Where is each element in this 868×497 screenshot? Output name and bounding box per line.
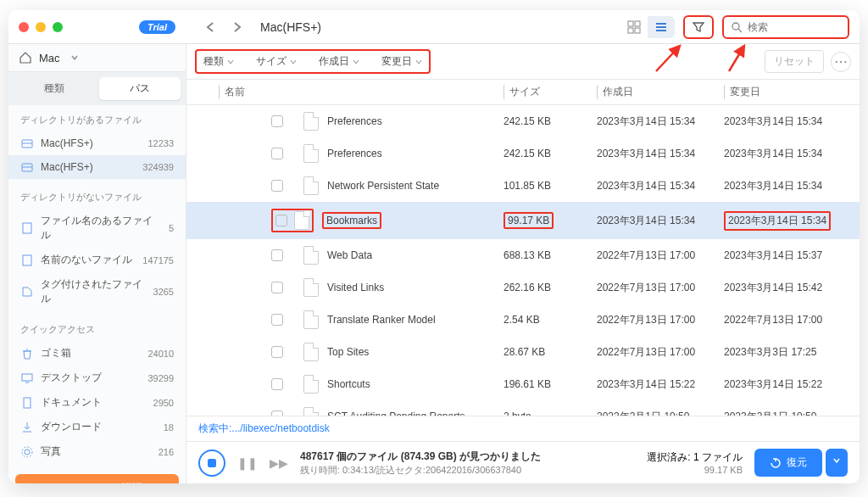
column-size[interactable]: サイズ [504, 85, 597, 99]
file-checkbox[interactable] [271, 249, 283, 261]
filter-created[interactable]: 作成日 [319, 54, 359, 69]
file-row[interactable]: Preferences242.15 KB2023年3月14日 15:342023… [186, 105, 860, 137]
file-name: Preferences [319, 148, 504, 159]
sidebar-icon [20, 347, 34, 360]
sidebar-item[interactable]: Mac(HFS+)12233 [8, 131, 186, 155]
file-icon [303, 176, 319, 195]
sidebar-item[interactable]: デスクトップ39299 [8, 366, 186, 390]
section-no-dir: ディレクトリがないファイル [8, 186, 186, 209]
maximize-window[interactable] [53, 22, 63, 32]
svg-point-19 [22, 447, 32, 457]
sidebar-item[interactable]: ドキュメント2950 [8, 390, 186, 415]
svg-rect-15 [22, 374, 32, 381]
sidebar-item[interactable]: ファイル名のあるファイル5 [8, 209, 186, 248]
restore-button[interactable]: 復元 [754, 449, 822, 477]
filter-size[interactable]: サイズ [256, 54, 297, 69]
filter-button[interactable] [683, 15, 714, 39]
file-row[interactable]: Shortcuts196.61 KB2023年3月14日 15:222023年3… [186, 368, 860, 400]
restore-options-button[interactable] [826, 449, 848, 477]
stop-scan-button[interactable] [198, 450, 225, 477]
file-row[interactable]: Bookmarks99.17 KB2023年3月14日 15:342023年3月… [186, 202, 860, 239]
sidebar-root[interactable]: Mac [8, 44, 186, 72]
tab-kind[interactable]: 種類 [14, 77, 96, 100]
sidebar-item-count: 324939 [142, 162, 174, 172]
file-checkbox[interactable] [275, 215, 287, 226]
sidebar-icon [20, 421, 34, 434]
sidebar-item-count: 3265 [153, 287, 174, 297]
tab-path[interactable]: パス [99, 77, 181, 100]
file-checkbox[interactable] [271, 148, 283, 159]
file-modified: 2023年2月1日 10:50 [724, 410, 851, 416]
file-size: 28.67 KB [504, 346, 597, 358]
nav-forward-button[interactable] [228, 18, 247, 36]
file-row[interactable]: Network Persistent State101.85 KB2023年3月… [186, 170, 860, 202]
more-button[interactable]: ⋯ [831, 52, 851, 72]
sidebar-item[interactable]: タグ付けされたファイル3265 [8, 272, 186, 311]
file-checkbox[interactable] [271, 180, 283, 192]
search-input[interactable] [748, 21, 832, 33]
file-modified: 2022年7月13日 17:00 [724, 313, 851, 327]
file-checkbox[interactable] [271, 115, 283, 127]
file-icon [303, 407, 319, 416]
close-window[interactable] [19, 22, 29, 32]
sidebar-item[interactable]: 名前のないファイル147175 [8, 248, 186, 272]
sidebar-item[interactable]: ゴミ箱24010 [8, 341, 186, 366]
file-modified: 2023年3月14日 15:34 [724, 211, 851, 231]
file-checkbox[interactable] [271, 282, 283, 293]
sidebar-item-count: 5 [169, 223, 174, 233]
sidebar-item[interactable]: 写真216 [8, 439, 186, 464]
list-view-button[interactable] [648, 16, 675, 38]
file-size: 99.17 KB [504, 212, 597, 229]
file-row[interactable]: Top Sites28.67 KB2022年7月13日 17:002023年3月… [186, 336, 860, 368]
file-name: Translate Ranker Model [319, 314, 504, 326]
file-row[interactable]: Preferences242.15 KB2023年3月14日 15:342023… [186, 137, 860, 170]
file-modified: 2023年3月3日 17:25 [724, 345, 851, 360]
sidebar-item-count: 12233 [147, 138, 174, 148]
column-created[interactable]: 作成日 [597, 85, 724, 99]
sidebar-icon [20, 160, 34, 174]
filter-kind[interactable]: 種類 [203, 54, 234, 69]
file-row[interactable]: Web Data688.13 KB2022年7月13日 17:002023年3月… [186, 239, 860, 271]
file-size: 688.13 KB [504, 249, 597, 261]
file-checkbox[interactable] [271, 346, 283, 358]
svg-rect-17 [24, 398, 31, 408]
sidebar-item-label: 写真 [41, 444, 152, 459]
file-size: 101.85 KB [504, 180, 597, 192]
file-row[interactable]: Visited Links262.16 KB2022年7月13日 17:0020… [186, 271, 860, 304]
sidebar-item-count: 39299 [147, 373, 174, 383]
svg-rect-3 [635, 28, 640, 33]
file-row[interactable]: SCT Auditing Pending Reports2 byte2023年2… [186, 400, 860, 416]
chevron-down-icon [70, 53, 79, 62]
sidebar-item-count: 2950 [153, 398, 174, 408]
license-activate-button[interactable]: ライセンス認証 [15, 474, 179, 483]
selected-size: 99.17 KB [647, 465, 743, 475]
file-checkbox[interactable] [271, 378, 283, 390]
sidebar-icon [20, 285, 34, 299]
window-controls[interactable] [19, 22, 63, 32]
sidebar-icon [20, 371, 34, 385]
section-with-dir: ディレクトリがあるファイル [8, 109, 186, 131]
minimize-window[interactable] [36, 22, 46, 32]
nav-back-button[interactable] [201, 18, 220, 36]
column-name[interactable]: 名前 [219, 85, 504, 99]
sidebar-icon [20, 137, 34, 150]
reset-button[interactable]: リセット [765, 50, 824, 73]
file-name: Visited Links [319, 282, 504, 293]
search-box[interactable] [722, 15, 849, 39]
continue-scan-button[interactable]: ▶▶ [270, 456, 288, 470]
pause-scan-button[interactable]: ❚❚ [237, 456, 258, 470]
file-checkbox[interactable] [271, 314, 283, 326]
sidebar-item-count: 18 [164, 422, 174, 433]
grid-view-button[interactable] [620, 16, 648, 38]
svg-line-8 [738, 29, 742, 32]
sidebar-icon [20, 221, 34, 235]
svg-rect-0 [628, 21, 633, 26]
sidebar-item[interactable]: Mac(HFS+)324939 [8, 155, 186, 179]
file-name: Preferences [319, 115, 504, 127]
sidebar-item-label: タグ付けされたファイル [41, 277, 147, 306]
sidebar-item[interactable]: ダウンロード18 [8, 415, 186, 439]
file-modified: 2023年3月14日 15:22 [724, 377, 851, 392]
file-row[interactable]: Translate Ranker Model2.54 KB2022年7月13日 … [186, 304, 860, 336]
filter-modified[interactable]: 変更日 [381, 54, 422, 69]
column-modified[interactable]: 変更日 [724, 85, 851, 99]
